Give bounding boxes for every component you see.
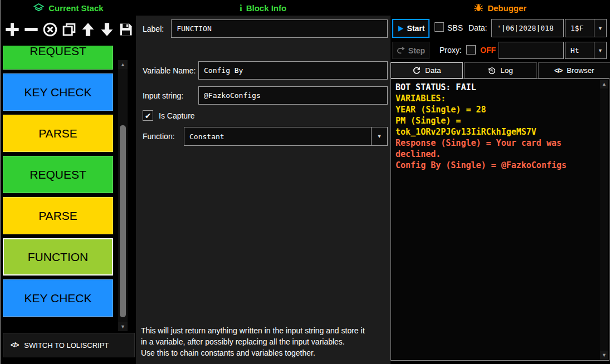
description-line: Use this to chain constants and variable… bbox=[141, 347, 365, 358]
stack-block-request-2[interactable]: REQUEST bbox=[3, 156, 113, 193]
function-description: This will just return anything written i… bbox=[141, 325, 365, 358]
debugger-tabs: Data Log </> Browser bbox=[391, 62, 610, 78]
output-scroll-up-button[interactable]: ▲ bbox=[600, 80, 608, 88]
block-stack-list: REQUEST KEY CHECK PARSE REQUEST PARSE FU… bbox=[3, 46, 115, 329]
openbullet-window: Current Stack i Block Info Debugger bbox=[0, 0, 610, 364]
output-scrollbar[interactable]: ▲ ▼ bbox=[600, 80, 608, 360]
stack-scroll-thumb[interactable] bbox=[120, 125, 126, 317]
chevron-down-icon: ▼ bbox=[371, 127, 387, 145]
output-line-year: YEAR (Single) = 28 bbox=[396, 104, 599, 115]
function-caption: Function: bbox=[143, 132, 177, 141]
copy-icon bbox=[61, 22, 77, 37]
description-line: This will just return anything written i… bbox=[141, 325, 365, 336]
code-icon: </> bbox=[11, 341, 18, 349]
debugger-panel: Start SBS Data: 1$F ▼ Step Proxy: OFF Ht… bbox=[391, 16, 610, 364]
description-line: in a variable, after possibly replacing … bbox=[141, 336, 365, 347]
block-info-panel: Label: Variable Name: Input string: Is C… bbox=[136, 16, 391, 364]
arrow-up-icon bbox=[80, 22, 96, 37]
wordlist-type-dropdown[interactable]: 1$F ▼ bbox=[565, 19, 607, 37]
tab-browser[interactable]: </> Browser bbox=[538, 62, 610, 78]
proxy-type-value: Ht bbox=[565, 46, 594, 55]
switch-to-loliscript-label: SWITCH TO LOLISCRIPT bbox=[24, 341, 109, 350]
stack-scrollbar[interactable]: ▲ ▼ bbox=[118, 60, 128, 331]
minus-icon bbox=[23, 22, 39, 37]
debugger-header: Debugger bbox=[390, 0, 610, 16]
tab-log[interactable]: Log bbox=[464, 62, 536, 78]
move-down-button[interactable] bbox=[98, 19, 116, 40]
current-stack-title: Current Stack bbox=[48, 3, 103, 13]
step-button-label: Step bbox=[408, 46, 425, 55]
proxy-type-dropdown[interactable]: Ht ▼ bbox=[565, 42, 607, 59]
save-icon bbox=[118, 22, 134, 37]
step-arrow-icon bbox=[397, 47, 405, 54]
label-row: Label: bbox=[143, 19, 388, 38]
layers-stack-icon bbox=[33, 2, 45, 14]
stack-block-parse-1[interactable]: PARSE bbox=[3, 115, 113, 152]
tab-data[interactable]: Data bbox=[391, 62, 463, 78]
proxy-checkbox[interactable] bbox=[466, 45, 476, 55]
output-line-configby: Config By (Single) = @FazkoConfigs bbox=[396, 160, 599, 171]
info-icon: i bbox=[240, 3, 242, 13]
move-up-button[interactable] bbox=[79, 19, 97, 40]
add-block-button[interactable] bbox=[3, 19, 21, 40]
variable-name-row: Variable Name: bbox=[143, 61, 388, 80]
input-string-caption: Input string: bbox=[143, 91, 198, 100]
stack-toolbar bbox=[3, 17, 136, 42]
output-scroll-down-button[interactable]: ▼ bbox=[600, 351, 608, 360]
block-info-header: i Block Info bbox=[136, 0, 391, 16]
switch-to-loliscript-button[interactable]: </> SWITCH TO LOLISCRIPT bbox=[3, 333, 135, 357]
clone-block-button[interactable] bbox=[60, 19, 78, 40]
tab-data-label: Data bbox=[425, 66, 441, 75]
data-input[interactable] bbox=[491, 19, 564, 37]
code-icon: </> bbox=[554, 67, 562, 75]
tab-log-label: Log bbox=[500, 66, 513, 75]
stack-block-request-1[interactable]: REQUEST bbox=[3, 46, 113, 70]
current-stack-header: Current Stack bbox=[1, 0, 136, 16]
stack-block-parse-2[interactable]: PARSE bbox=[3, 197, 113, 234]
play-icon bbox=[397, 25, 404, 32]
block-info-title: Block Info bbox=[246, 3, 287, 13]
output-line-pm: PM (Single) = tok_1ORv2PJGv13IiRCkhIgeMS… bbox=[396, 115, 599, 137]
proxy-caption: Proxy: bbox=[440, 46, 462, 55]
stack-block-keycheck-2[interactable]: KEY CHECK bbox=[3, 279, 113, 317]
proxy-input[interactable] bbox=[499, 42, 564, 59]
stack-scroll-down-button[interactable]: ▼ bbox=[118, 322, 128, 331]
debugger-output: BOT STATUS: FAIL VARIABLES: YEAR (Single… bbox=[391, 78, 609, 361]
is-capture-row: Is Capture bbox=[143, 110, 388, 121]
top-header: Current Stack i Block Info Debugger bbox=[1, 0, 610, 16]
sbs-checkbox[interactable] bbox=[435, 22, 444, 32]
input-string-input[interactable] bbox=[198, 86, 388, 105]
circle-x-icon bbox=[42, 22, 58, 37]
chevron-down-icon: ▼ bbox=[594, 42, 606, 58]
start-button[interactable]: Start bbox=[392, 19, 430, 38]
save-config-button[interactable] bbox=[117, 19, 135, 40]
start-button-label: Start bbox=[407, 24, 425, 33]
refresh-icon bbox=[413, 67, 421, 75]
label-input[interactable] bbox=[171, 19, 388, 38]
remove-block-button[interactable] bbox=[22, 19, 40, 40]
label-caption: Label: bbox=[143, 24, 164, 33]
disable-block-button[interactable] bbox=[41, 19, 59, 40]
arrow-down-icon bbox=[99, 22, 115, 37]
is-capture-label: Is Capture bbox=[159, 111, 195, 120]
history-icon bbox=[488, 67, 496, 75]
data-caption: Data: bbox=[469, 23, 487, 32]
stack-block-function-selected[interactable]: FUNCTION bbox=[3, 238, 113, 276]
function-dropdown[interactable]: Constant ▼ bbox=[184, 127, 388, 146]
variable-name-input[interactable] bbox=[198, 61, 388, 80]
debugger-title: Debugger bbox=[487, 3, 526, 13]
is-capture-checkbox[interactable] bbox=[143, 110, 153, 121]
wordlist-type-value: 1$F bbox=[565, 24, 594, 32]
stack-block-keycheck-1[interactable]: KEY CHECK bbox=[3, 73, 113, 111]
input-string-row: Input string: bbox=[143, 86, 388, 105]
output-line-variables: VARIABLES: bbox=[396, 93, 599, 104]
proxy-status: OFF bbox=[480, 46, 496, 55]
chevron-down-icon: ▼ bbox=[594, 19, 606, 37]
step-button[interactable]: Step bbox=[392, 42, 430, 59]
function-row: Function: Constant ▼ bbox=[143, 127, 388, 146]
function-dropdown-value: Constant bbox=[184, 132, 371, 141]
output-line-response: Response (Single) = Your card was declin… bbox=[396, 137, 599, 160]
debugger-output-text: BOT STATUS: FAIL VARIABLES: YEAR (Single… bbox=[396, 82, 599, 171]
stack-scroll-up-button[interactable]: ▲ bbox=[118, 60, 128, 69]
sbs-label: SBS bbox=[447, 23, 463, 32]
